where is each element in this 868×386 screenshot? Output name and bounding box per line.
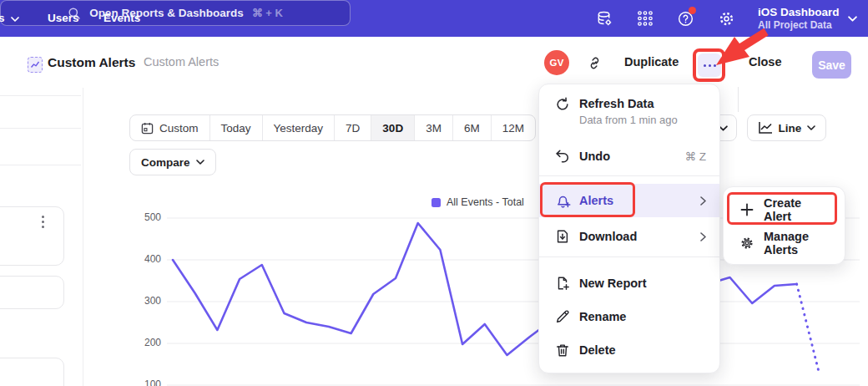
- date-range-label: Custom: [159, 122, 199, 135]
- menu-divider: [539, 256, 719, 257]
- y-axis-tick: 300: [132, 295, 161, 307]
- chevron-down-icon: [11, 17, 19, 22]
- divider: [738, 87, 739, 112]
- nav-partial-label: s: [0, 0, 5, 37]
- chart-legend: All Events - Total: [431, 196, 524, 208]
- menu-item-label: Download: [579, 230, 637, 243]
- trash-icon: [554, 342, 571, 358]
- menu-item-alerts[interactable]: Alerts: [539, 184, 719, 217]
- date-range-yesterday[interactable]: Yesterday: [263, 115, 336, 140]
- more-options-button[interactable]: [698, 53, 721, 77]
- date-range-12m[interactable]: 12M: [492, 115, 535, 140]
- chevron-right-icon: [700, 196, 706, 206]
- y-axis-tick: 500: [132, 211, 161, 224]
- submenu-item-create-alert[interactable]: Create Alert: [724, 193, 845, 226]
- kebab-menu-icon[interactable]: [42, 216, 44, 228]
- y-axis-tick: 200: [132, 337, 161, 349]
- apps-grid-icon[interactable]: [635, 8, 655, 28]
- menu-item-download[interactable]: Download: [539, 220, 719, 253]
- menu-item-label: Rename: [579, 310, 626, 323]
- date-range-6m[interactable]: 6M: [453, 115, 492, 140]
- menu-divider: [539, 175, 719, 176]
- date-range-3m[interactable]: 3M: [415, 115, 453, 140]
- date-range-selector: Custom Today Yesterday 7D 30D 3M 6M 12M: [129, 114, 536, 141]
- notification-dot: [689, 7, 696, 14]
- help-icon[interactable]: [675, 8, 695, 28]
- copy-link-button[interactable]: [585, 53, 603, 72]
- menu-item-new-report[interactable]: New Report: [539, 267, 719, 300]
- page-title: Custom Alerts: [48, 37, 135, 88]
- menu-item-undo[interactable]: Undo ⌘ Z: [539, 140, 719, 173]
- new-report-icon: [554, 275, 571, 292]
- top-navbar: s Users Events Open Reports & Dashboards…: [0, 0, 868, 37]
- date-range-today[interactable]: Today: [210, 115, 263, 140]
- nav-item-users[interactable]: Users: [48, 0, 79, 37]
- sidebar-border: [83, 88, 83, 386]
- sidebar-card[interactable]: [0, 276, 64, 309]
- menu-item-delete[interactable]: Delete: [539, 333, 719, 367]
- menu-item-rename[interactable]: Rename: [539, 300, 719, 333]
- calendar-icon: [141, 122, 154, 135]
- more-options-menu: Refresh Data Data from 1 min ago Undo ⌘ …: [538, 84, 720, 373]
- menu-item-label: Refresh Data: [579, 97, 654, 110]
- data-management-icon[interactable]: [594, 8, 614, 28]
- pencil-icon: [554, 308, 571, 325]
- sidebar-card[interactable]: [0, 206, 64, 266]
- submenu-item-manage-alerts[interactable]: Manage Alerts: [724, 226, 845, 260]
- date-range-30d-active[interactable]: 30D: [371, 115, 415, 140]
- date-range-label: 12M: [502, 122, 524, 135]
- chevron-down-icon: [807, 125, 815, 130]
- link-icon: [587, 55, 603, 71]
- dashboard-title: iOS Dashboard: [758, 6, 840, 19]
- avatar[interactable]: GV: [544, 50, 569, 75]
- project-subtitle: All Project Data: [758, 19, 840, 31]
- submenu-item-label: Create Alert: [764, 196, 831, 223]
- chart-type-button[interactable]: Line: [747, 114, 826, 141]
- app-window: 500 400 300 200 100 All Events - Total C…: [0, 0, 868, 386]
- undo-icon: [554, 148, 571, 165]
- menu-item-label: Alerts: [579, 194, 613, 207]
- menu-item-sublabel: Data from 1 min ago: [579, 114, 678, 126]
- chevron-down-icon: [848, 16, 857, 22]
- insights-chart-icon: [30, 60, 40, 69]
- menu-item-refresh-data[interactable]: Refresh Data Data from 1 min ago: [539, 93, 719, 133]
- sidebar-divider: [0, 95, 81, 96]
- menu-item-label: New Report: [579, 277, 647, 290]
- line-chart-icon: [758, 121, 773, 135]
- legend-label: All Events - Total: [447, 196, 524, 208]
- y-axis-tick: 100: [132, 378, 161, 386]
- menu-item-label: Delete: [579, 343, 616, 357]
- save-button[interactable]: Save: [812, 51, 851, 79]
- settings-gear-icon[interactable]: [716, 8, 736, 28]
- menu-item-label: Undo: [579, 150, 610, 163]
- project-switcher[interactable]: iOS Dashboard All Project Data: [758, 0, 857, 37]
- date-range-label: 6M: [464, 122, 480, 135]
- y-axis-tick: 400: [132, 253, 161, 266]
- nav-item-events[interactable]: Events: [103, 0, 140, 37]
- nav-item-boards-partial[interactable]: s: [0, 0, 19, 37]
- gear-icon: [739, 235, 755, 251]
- breadcrumb: Custom Alerts: [144, 37, 219, 88]
- submenu-item-label: Manage Alerts: [764, 230, 831, 256]
- sidebar-card[interactable]: [0, 358, 64, 386]
- alerts-submenu: Create Alert Manage Alerts: [723, 186, 845, 265]
- menu-item-shortcut: ⌘ Z: [685, 150, 707, 163]
- bell-plus-icon: [554, 192, 571, 209]
- sidebar-divider: [0, 165, 81, 165]
- date-range-label: Today: [221, 122, 251, 135]
- chart-type-label: Line: [779, 122, 802, 135]
- chevron-right-icon: [700, 232, 706, 241]
- search-shortcut: ⌘ + K: [252, 7, 283, 19]
- sidebar-divider: [0, 128, 81, 129]
- report-header: Custom Alerts Custom Alerts GV Duplicate…: [0, 37, 868, 88]
- date-range-label: Yesterday: [274, 122, 324, 135]
- report-type-badge: [28, 57, 43, 73]
- duplicate-button[interactable]: Duplicate: [624, 37, 679, 88]
- date-range-7d[interactable]: 7D: [335, 115, 371, 140]
- date-range-custom[interactable]: Custom: [130, 115, 210, 140]
- compare-button[interactable]: Compare: [129, 149, 216, 175]
- date-range-label: 3M: [426, 122, 442, 135]
- refresh-icon: [554, 96, 571, 113]
- compare-label: Compare: [141, 156, 190, 169]
- close-button[interactable]: Close: [749, 37, 782, 88]
